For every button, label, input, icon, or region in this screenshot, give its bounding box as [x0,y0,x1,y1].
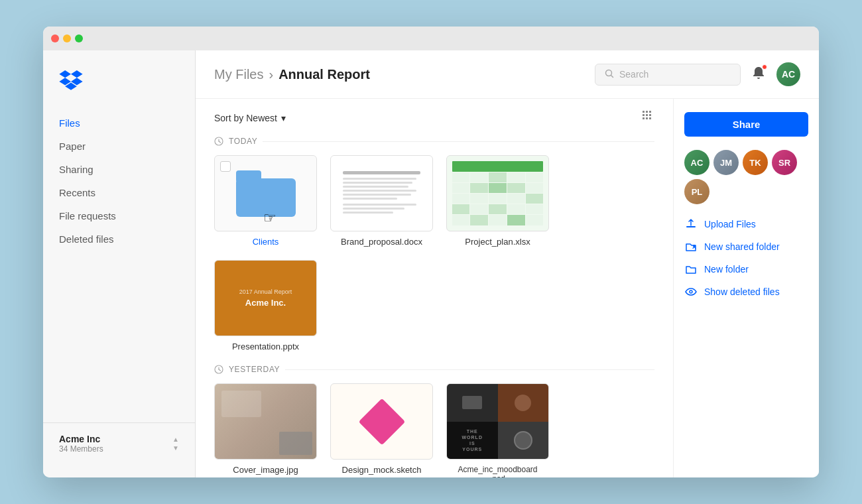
action-list: Upload Files New shared folder [684,218,808,298]
file-card-clients[interactable]: ••• ☞ Clients [214,155,317,247]
maximize-button[interactable] [75,34,83,42]
team-avatars: AC JM TK SR PL [684,150,808,204]
file-card-cover-image[interactable]: Cover_image.jpg [214,383,317,477]
section-yesterday: YESTERDAY [214,365,654,374]
file-area: Sort by Newest ▾ [196,99,673,477]
notification-dot [762,64,767,70]
svg-point-29 [693,245,696,247]
file-name-cover-image: Cover_image.jpg [214,465,317,475]
content-area: Sort by Newest ▾ [196,99,819,477]
notification-button[interactable] [751,66,766,84]
team-avatar-4[interactable]: SR [772,150,797,175]
action-new-folder[interactable]: New folder [684,263,808,276]
file-card-acme-moodboard[interactable]: THE WORLD IS YOURS [446,383,549,477]
file-card-project-plan[interactable]: Project_plan.xlsx [446,155,549,247]
file-name-design-mock: Design_mock.sketch [330,465,433,475]
file-thumb-cover-image [214,383,317,460]
svg-point-30 [690,290,692,293]
folder-icon [684,263,698,276]
svg-rect-9 [646,117,648,119]
file-thumb-design-mock [330,383,433,460]
sidebar-item-paper[interactable]: Paper [43,135,195,158]
team-switcher-icon[interactable]: ▲ ▼ [172,436,179,452]
file-thumb-acme-moodboard: THE WORLD IS YOURS [446,383,549,460]
today-files-grid: ••• ☞ Clients [214,155,654,351]
topbar: My Files › Annual Report [196,50,819,99]
file-thumb-presentation: 2017 Annual Report Acme Inc. [214,260,317,336]
svg-rect-5 [643,114,645,116]
team-info: Acme Inc 34 Members [59,434,103,454]
pptx-year: 2017 Annual Report [239,288,292,295]
sidebar-nav: Files Paper Sharing Recents File request… [43,111,195,251]
dropbox-logo-icon [59,70,83,90]
action-new-shared-folder[interactable]: New shared folder [684,240,808,253]
view-toggle-button[interactable] [641,109,654,126]
user-avatar[interactable]: AC [776,62,800,86]
svg-rect-15 [236,170,261,182]
team-avatar-5[interactable]: PL [684,179,709,204]
svg-line-13 [219,141,221,143]
file-name-presentation: Presentation.pptx [214,342,317,351]
breadcrumb-parent[interactable]: My Files [214,67,263,82]
svg-rect-6 [646,114,648,116]
team-avatar-1[interactable]: AC [684,150,709,175]
team-avatar-3[interactable]: TK [743,150,768,175]
file-name-project-plan: Project_plan.xlsx [446,237,549,247]
pptx-company: Acme Inc. [245,298,286,308]
file-thumb-brand-proposal [330,155,433,231]
title-bar [43,27,819,50]
file-thumb-clients: ••• ☞ [214,155,317,231]
sort-bar: Sort by Newest ▾ [214,109,654,126]
main-content: My Files › Annual Report [196,50,819,477]
action-show-deleted-files[interactable]: Show deleted files [684,285,808,298]
yesterday-files-grid: Cover_image.jpg Design_mock.sketch [214,383,654,477]
file-card-design-mock[interactable]: Design_mock.sketch [330,383,433,477]
breadcrumb: My Files › Annual Report [214,67,370,82]
team-avatar-2[interactable]: JM [713,150,739,175]
sidebar-logo [43,64,195,111]
sort-button[interactable]: Sort by Newest ▾ [214,110,286,126]
sidebar-item-files[interactable]: Files [43,111,195,135]
svg-rect-4 [649,111,651,113]
minimize-button[interactable] [63,34,71,42]
sidebar-footer: Acme Inc 34 Members ▲ ▼ [43,422,195,464]
shared-folder-icon [684,240,698,253]
right-panel: Share AC JM TK SR [673,99,819,477]
file-name-clients: Clients [214,237,317,247]
svg-rect-3 [646,111,648,113]
share-button[interactable]: Share [684,112,808,137]
sidebar-item-recents[interactable]: Recents [43,181,195,204]
cursor-icon: ☞ [263,210,277,227]
search-input[interactable] [619,69,731,80]
upload-icon [684,218,698,231]
app-window: Files Paper Sharing Recents File request… [43,27,819,477]
sidebar-item-sharing[interactable]: Sharing [43,158,195,181]
clock-icon [214,137,223,146]
breadcrumb-current: Annual Report [278,67,370,82]
svg-rect-7 [649,114,651,116]
search-box[interactable] [595,64,741,86]
file-name-brand-proposal: Brand_proposal.docx [330,237,433,247]
traffic-lights [51,34,83,42]
file-card-presentation[interactable]: 2017 Annual Report Acme Inc. Presentatio… [214,260,317,351]
eye-icon [684,285,698,298]
checkbox-clients[interactable] [220,161,231,172]
svg-rect-28 [686,226,696,227]
svg-line-1 [611,75,613,77]
search-icon [605,69,614,80]
sidebar: Files Paper Sharing Recents File request… [43,50,196,477]
action-upload-files[interactable]: Upload Files [684,218,808,231]
sidebar-item-deleted-files[interactable]: Deleted files [43,227,195,251]
app-body: Files Paper Sharing Recents File request… [43,50,819,477]
clock-yesterday-icon [214,365,223,374]
file-thumb-project-plan [446,155,549,231]
team-name: Acme Inc [59,434,103,444]
section-today: TODAY [214,137,654,146]
close-button[interactable] [51,34,59,42]
team-members-count: 34 Members [59,444,103,454]
sidebar-item-file-requests[interactable]: File requests [43,204,195,227]
sort-arrow-icon: ▾ [281,113,286,123]
svg-line-18 [219,369,221,371]
svg-rect-8 [643,117,645,119]
file-card-brand-proposal[interactable]: Brand_proposal.docx [330,155,433,247]
